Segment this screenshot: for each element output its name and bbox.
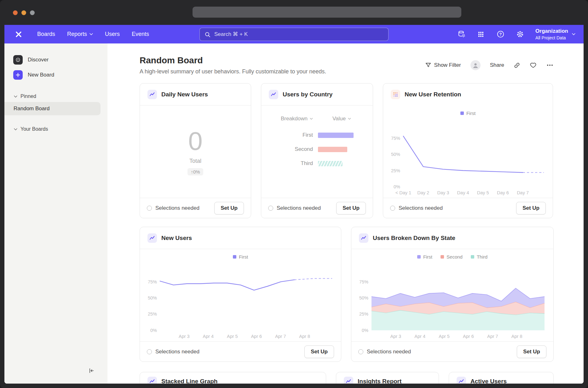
share-label: Share xyxy=(490,62,504,68)
window-minimize-button[interactable] xyxy=(21,10,26,15)
card-footer: Selections needed Set Up xyxy=(140,341,341,362)
legend-item[interactable]: First xyxy=(460,111,476,116)
org-name: Organization xyxy=(535,28,568,34)
page-subtitle: A high-level summary of user behaviors. … xyxy=(140,68,326,75)
svg-text:50%: 50% xyxy=(359,295,368,300)
traffic-lights xyxy=(13,10,35,15)
retention-chart: 0%25%50%75%< Day 1Day 2Day 3Day 4Day 5Da… xyxy=(388,117,548,196)
org-switcher[interactable]: Organization All Project Data xyxy=(535,28,575,40)
favorite-button[interactable] xyxy=(530,62,537,69)
legend-item[interactable]: Second xyxy=(441,254,463,260)
svg-text:25%: 25% xyxy=(148,311,157,317)
help-icon[interactable]: ? xyxy=(494,28,506,40)
svg-text:Apr 6: Apr 6 xyxy=(251,334,262,339)
copy-link-button[interactable] xyxy=(514,62,520,69)
legend-swatch xyxy=(471,255,474,259)
cards-row-3: Stacked Line Graph Insights Report xyxy=(140,372,554,384)
share-button[interactable]: Share xyxy=(490,62,504,68)
page-title: Random Board xyxy=(140,55,326,66)
value-dropdown[interactable]: Value xyxy=(332,116,351,122)
chevron-down-icon xyxy=(89,33,93,35)
more-options-button[interactable] xyxy=(546,61,554,69)
country-bars-list: FirstSecondThird xyxy=(261,132,373,167)
metric-label: Total xyxy=(189,158,201,164)
section-label: Pinned xyxy=(20,94,36,99)
set-up-button[interactable]: Set Up xyxy=(516,202,546,214)
svg-text:Apr 8: Apr 8 xyxy=(299,334,310,339)
card-footer: Selections needed Set Up xyxy=(261,198,373,218)
chart-legend: FirstSecondThird xyxy=(356,250,548,261)
svg-text:Day 2: Day 2 xyxy=(417,190,429,195)
sidebar-item-label: Discover xyxy=(28,57,49,63)
org-project: All Project Data xyxy=(535,35,568,40)
status-message: Selections needed xyxy=(268,205,321,211)
svg-text:Day 3: Day 3 xyxy=(437,190,449,195)
chevron-down-icon xyxy=(14,128,17,130)
svg-text:50%: 50% xyxy=(391,152,400,157)
nav-item-users[interactable]: Users xyxy=(105,31,120,37)
sidebar-section-pinned[interactable]: Pinned xyxy=(4,91,107,102)
sidebar-item-new-board[interactable]: New Board xyxy=(4,67,107,83)
svg-text:Apr 5: Apr 5 xyxy=(227,334,238,339)
svg-text:Apr 4: Apr 4 xyxy=(414,334,425,339)
card-daily-new-users: Daily New Users 0 Total ↑0% Selections n… xyxy=(140,83,251,218)
legend-item[interactable]: First xyxy=(417,254,432,260)
avatar[interactable] xyxy=(470,60,481,70)
set-up-button[interactable]: Set Up xyxy=(304,345,334,358)
app-body: Discover New Board Pinned Random Board xyxy=(4,43,584,384)
card-new-user-retention: New User Retention First 0%25%50%75%< Da… xyxy=(383,83,553,218)
collapse-sidebar-button[interactable] xyxy=(88,367,95,375)
data-management-icon[interactable] xyxy=(455,28,467,40)
sidebar-item-random-board[interactable]: Random Board xyxy=(4,102,101,115)
chart-legend: First xyxy=(145,250,336,261)
show-filter-label: Show Filter xyxy=(434,62,461,68)
nav-item-reports[interactable]: Reports xyxy=(67,31,93,37)
status-label: Selections needed xyxy=(277,205,321,211)
sidebar-section-your-boards[interactable]: Your Boards xyxy=(4,123,107,135)
card-title: Daily New Users xyxy=(161,91,208,98)
top-nav: Boards Reports Users Events xyxy=(4,25,584,43)
line-chart-icon xyxy=(457,377,466,384)
svg-text:Day 5: Day 5 xyxy=(477,190,489,195)
nav-item-boards[interactable]: Boards xyxy=(37,31,55,37)
legend-swatch xyxy=(233,255,236,259)
settings-gear-icon[interactable] xyxy=(514,28,526,40)
svg-text:75%: 75% xyxy=(391,136,400,141)
cards-row-1: Daily New Users 0 Total ↑0% Selections n… xyxy=(140,83,554,218)
sidebar-item-discover[interactable]: Discover xyxy=(4,52,107,67)
address-bar[interactable] xyxy=(193,7,461,18)
board-header: Random Board A high-level summary of use… xyxy=(140,55,554,75)
line-chart-icon xyxy=(359,233,368,243)
search-input[interactable] xyxy=(200,28,388,41)
svg-text:0%: 0% xyxy=(150,328,157,333)
card-body: First 0%25%50%75%< Day 1Day 2Day 3Day 4D… xyxy=(383,106,553,198)
legend-label: Third xyxy=(477,254,487,260)
ellipsis-icon xyxy=(546,61,554,69)
apps-grid-icon[interactable] xyxy=(475,28,487,40)
legend-label: Second xyxy=(447,254,463,260)
legend-item[interactable]: Third xyxy=(471,254,487,260)
mixpanel-logo-icon[interactable] xyxy=(14,30,23,39)
breakdown-dropdown[interactable]: Breakdown xyxy=(281,116,313,122)
nav-item-events[interactable]: Events xyxy=(132,31,149,37)
card-title: Users by Country xyxy=(283,91,332,98)
org-texts: Organization All Project Data xyxy=(535,28,568,40)
card-insights-report: Insights Report xyxy=(336,372,439,384)
status-message: Selections needed xyxy=(147,205,199,211)
set-up-button[interactable]: Set Up xyxy=(517,345,546,358)
legend-item[interactable]: First xyxy=(233,254,248,260)
chart-legend: First xyxy=(388,106,548,117)
users-by-state-chart: 0%25%50%75%Apr 3Apr 4Apr 5Apr 6Apr 7Apr … xyxy=(356,261,548,340)
svg-text:< Day 1: < Day 1 xyxy=(395,190,411,195)
window-close-button[interactable] xyxy=(13,10,18,15)
set-up-button[interactable]: Set Up xyxy=(336,202,366,214)
svg-text:Apr 6: Apr 6 xyxy=(463,334,474,339)
window-zoom-button[interactable] xyxy=(30,10,35,15)
svg-text:25%: 25% xyxy=(359,311,368,317)
browser-window: Boards Reports Users Events xyxy=(4,25,584,384)
svg-text:Apr 3: Apr 3 xyxy=(390,334,401,339)
status-message: Selections needed xyxy=(358,349,411,355)
show-filter-button[interactable]: Show Filter xyxy=(425,62,461,68)
set-up-button[interactable]: Set Up xyxy=(214,202,244,214)
svg-text:Day 4: Day 4 xyxy=(457,190,469,195)
